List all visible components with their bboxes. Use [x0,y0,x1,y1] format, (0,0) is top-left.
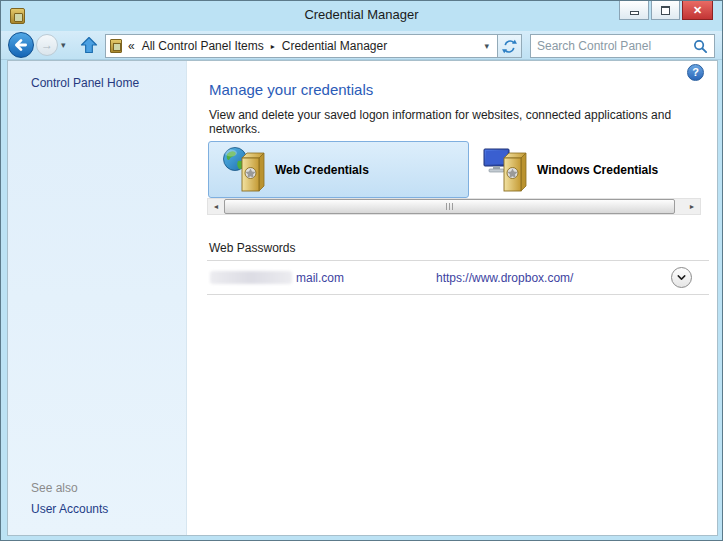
web-credentials-icon [221,146,267,194]
redacted-username [210,271,292,284]
breadcrumb-overflow[interactable]: « [128,39,135,53]
chevron-down-icon [675,271,688,284]
scrollbar-track[interactable] [224,199,684,214]
content-area: Control Panel Home See also User Account… [7,60,718,536]
credential-manager-window: Credential Manager ✕ → ▾ « All Control P… [0,0,723,541]
maximize-button[interactable] [651,1,680,20]
see-also-heading: See also [31,481,78,495]
close-icon: ✕ [693,4,702,17]
tab-label: Windows Credentials [537,163,658,177]
tab-windows-credentials[interactable]: Windows Credentials [471,141,691,198]
back-arrow-icon [9,32,33,58]
chevron-down-icon: ▾ [484,41,489,51]
address-dropdown-button[interactable]: ▾ [480,41,493,51]
horizontal-scrollbar[interactable]: ◄ ► [207,198,701,215]
breadcrumb-item-credential-manager[interactable]: Credential Manager [282,39,387,53]
search-input[interactable] [531,39,693,53]
web-passwords-header: Web Passwords [209,241,295,255]
divider [207,294,709,295]
thumb-grip [446,203,447,210]
refresh-button[interactable] [498,34,522,58]
minimize-button[interactable] [619,1,649,20]
minimize-icon [630,11,639,15]
scroll-left-button[interactable]: ◄ [208,199,224,214]
page-description: View and delete your saved logon informa… [209,108,717,136]
search-icon[interactable] [693,39,708,54]
forward-button-disabled[interactable]: → [36,34,58,56]
thumb-grip [452,203,453,210]
window-controls: ✕ [619,1,713,20]
up-one-level-button[interactable] [77,33,101,57]
maximize-icon [661,6,670,15]
up-arrow-icon [79,35,99,55]
help-button[interactable]: ? [687,64,704,81]
page-title: Manage your credentials [209,81,373,98]
close-button[interactable]: ✕ [682,1,713,20]
expand-credential-button[interactable] [671,267,692,288]
credential-url-link[interactable]: https://www.dropbox.com/ [436,271,573,285]
address-bar[interactable]: « All Control Panel Items ▸ Credential M… [105,34,498,58]
title-bar[interactable]: Credential Manager ✕ [1,1,722,31]
scroll-left-icon: ◄ [213,203,220,210]
windows-credentials-icon [483,146,529,194]
credential-type-tabs: Web Credentials [208,141,708,199]
breadcrumb-item-all-control-panel-items[interactable]: All Control Panel Items [142,39,264,53]
search-box [530,34,715,58]
navigation-toolbar: → ▾ « All Control Panel Items ▸ Credenti… [1,31,722,60]
chevron-down-icon: ▾ [61,40,66,50]
scroll-right-icon: ► [689,203,696,210]
main-panel: ? Manage your credentials View and delet… [187,61,717,535]
back-button[interactable] [8,32,34,58]
help-icon: ? [692,66,699,78]
tab-label: Web Credentials [275,163,369,177]
sidebar-item-control-panel-home[interactable]: Control Panel Home [31,76,139,90]
credential-site: mail.com [296,271,416,285]
refresh-icon [501,38,518,55]
scroll-right-button[interactable]: ► [684,199,700,214]
credential-row[interactable]: mail.com https://www.dropbox.com/ [207,261,709,294]
forward-arrow-icon: → [41,38,53,52]
thumb-grip [449,203,450,210]
sidebar: Control Panel Home See also User Account… [8,61,187,535]
credential-manager-icon [110,39,122,53]
recent-pages-dropdown[interactable]: ▾ [61,40,66,50]
tab-web-credentials[interactable]: Web Credentials [208,141,469,198]
window-title: Credential Manager [1,7,722,22]
scrollbar-thumb[interactable] [224,199,675,214]
sidebar-item-user-accounts[interactable]: User Accounts [31,502,108,516]
breadcrumb-separator-icon: ▸ [271,42,275,51]
